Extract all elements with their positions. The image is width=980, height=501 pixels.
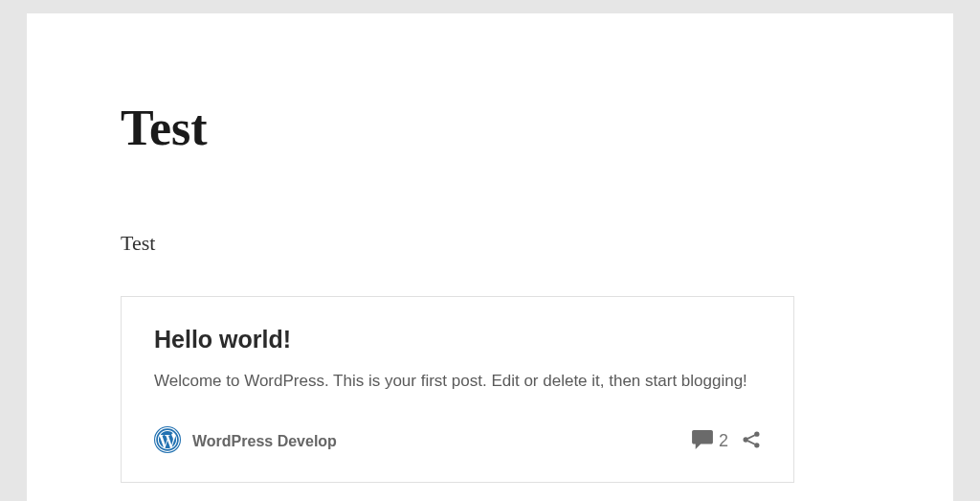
page-container: Test Test Hello world! Welcome to WordPr…: [27, 13, 953, 501]
post-footer: WordPress Develop 2: [154, 426, 761, 457]
post-meta: 2: [692, 430, 761, 453]
svg-line-6: [747, 441, 755, 444]
post-source-name: WordPress Develop: [192, 433, 337, 450]
wordpress-logo-icon: [154, 426, 181, 457]
comment-icon: [692, 430, 713, 453]
share-icon[interactable]: [742, 430, 761, 453]
post-title[interactable]: Hello world!: [154, 326, 761, 353]
comment-count: 2: [719, 431, 728, 451]
post-excerpt: Welcome to WordPress. This is your first…: [154, 369, 761, 394]
page-subtitle: Test: [121, 231, 859, 256]
svg-line-5: [747, 435, 755, 439]
post-source[interactable]: WordPress Develop: [154, 426, 337, 457]
comments-link[interactable]: 2: [692, 430, 728, 453]
post-embed-card[interactable]: Hello world! Welcome to WordPress. This …: [121, 296, 794, 483]
page-title: Test: [121, 100, 859, 156]
